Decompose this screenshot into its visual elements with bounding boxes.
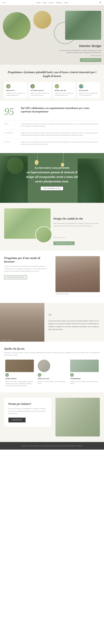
design-cta-button[interactable]: PER SAPERNE DI PIÙ	[53, 242, 75, 245]
section-95-text: Dal 1995 collaboriamo con organizzazioni…	[21, 106, 100, 113]
card-progetti: 🏠 PROGETTI Sample text. Click to double …	[4, 82, 27, 98]
cosa-text-1: Duis aute irure dolor in reprehenderit i…	[5, 380, 34, 387]
card-home: 🏡 HOME DECOR Sample text. Click to doubl…	[53, 82, 76, 98]
section-quote: Immagine da Freepik " Un enim ad minim v…	[0, 303, 104, 342]
section-item-prototipazione: Prototipazione Sample text. Click to dou…	[4, 130, 100, 138]
section-item-interno: Interno Lorem ipsum questo detalle con i…	[4, 120, 100, 130]
design-heading: Design che cambia la vita	[53, 217, 100, 220]
hero-title: Interior design	[60, 44, 101, 48]
hero-img-mid	[33, 11, 51, 29]
nav: Home About Services Portfolio Contact	[37, 2, 68, 4]
cosa-title-2: Piani per la casa	[38, 378, 66, 380]
section-design: Design che cambia la vita Duis aute irur…	[0, 203, 104, 251]
progettato-credit: Immagine da Freepik	[55, 293, 100, 295]
divani-icon: 🛋️	[79, 84, 83, 88]
cosa-image-1	[5, 360, 34, 372]
card-progetti-text: Sample text. Click to double click to op…	[6, 92, 25, 96]
cosa-intro: Paragraph. Lorem ipsum dolor sit amet, c…	[4, 352, 100, 356]
progettato-text: Il modo in cui lavoriamo sta cambiando e…	[4, 265, 51, 272]
cosa-heading: Quello che faccio.	[4, 347, 100, 350]
hero-description: Duis aute irure dolor in reprehenderit i…	[60, 49, 101, 54]
nav-services[interactable]: Services	[49, 2, 54, 4]
cosa-num-2: 02.	[38, 373, 41, 377]
item-creazione-label: Creazione	[4, 141, 21, 142]
section-95-heading: Dal 1995 collaboriamo con organizzazioni…	[21, 106, 100, 113]
section-pronto: Pronto per iniziare? Duis aute irure dol…	[0, 392, 104, 442]
footer: Sample text. Click to double click to op…	[0, 442, 104, 450]
card-divani-title: DAI DIVANI	[79, 90, 98, 91]
hero-img-left	[3, 12, 31, 40]
section-item-creazione: Creazione Sample text. Click to double c…	[4, 138, 100, 148]
hero-section: Interior design Duis aute irure dolor in…	[0, 5, 104, 65]
nav-contact[interactable]: Contact	[64, 2, 68, 4]
nav-about[interactable]: About	[43, 2, 47, 4]
green-plant-cta-button[interactable]: PER SAPERNE DI PIÙ	[41, 186, 63, 191]
progettato-inner: Progettato per il tuo modo di lavorare I…	[4, 256, 100, 298]
progetti-icon: 🏠	[6, 84, 11, 88]
hero-credit: Immagine da Freepik	[60, 54, 101, 56]
header: logo Home About Services Portfolio Conta…	[0, 0, 104, 5]
cosa-title-1: Design d'interni	[5, 378, 34, 380]
cosa-card-1: 01. Design d'interni Duis aute irure dol…	[4, 360, 35, 387]
cosa-image-2	[38, 360, 50, 372]
item-prototipazione-text: Sample text. Click to double click to ed…	[21, 132, 100, 136]
card-ottimo-title: OTTIMO DESIGN	[30, 90, 49, 91]
logo: logo	[3, 2, 6, 4]
progettato-image	[55, 256, 100, 292]
section-95-top: 95 Dal 1995 collaboriamo con organizzazi…	[4, 106, 100, 116]
cosa-num-1: 01.	[5, 373, 9, 377]
item-interno-text: Lorem ipsum questo detalle con innovazio…	[21, 123, 100, 127]
plant-deco-right	[78, 158, 104, 203]
pronto-cta-button[interactable]: CONTATTACI	[8, 418, 26, 422]
card-divani: 🛋️ DAI DIVANI Sample text. Click to doub…	[77, 82, 100, 98]
progettato-heading: Progettato per il tuo modo di lavorare	[4, 256, 51, 264]
pronto-heading: Pronto per iniziare?	[8, 402, 47, 406]
green-plant-content: La tua nuova casa presenta un'impression…	[23, 162, 81, 194]
pronto-circle-deco	[89, 426, 97, 434]
green-plant-heading: La tua nuova casa presenta un'impression…	[26, 165, 78, 184]
hero-cta-button[interactable]: PER SAPERNE DI PIÙ	[80, 58, 101, 62]
design-main-image	[4, 208, 51, 239]
card-ottimo: ✏️ OTTIMO DESIGN Sample text. Click to d…	[28, 82, 51, 98]
section-95: 95 Dal 1995 collaboriamo con organizzazi…	[0, 101, 104, 153]
pronto-inner: Pronto per iniziare? Duis aute irure dol…	[4, 398, 100, 436]
pronto-text: Duis aute irure dolor in reprehenderit i…	[8, 408, 47, 415]
pronto-box: Pronto per iniziare? Duis aute irure dol…	[4, 398, 51, 426]
menu-icon[interactable]: ☰	[99, 2, 101, 4]
design-right: Design che cambia la vita Duis aute irur…	[53, 208, 100, 245]
cosa-text-2: Sample text. Click to double click to op…	[38, 380, 66, 385]
card-progetti-title: PROGETTI	[6, 90, 25, 91]
number-95: 95	[4, 106, 18, 116]
plant-circle-deco	[7, 157, 24, 174]
card-home-text: Sample text. Click to double click to op…	[55, 92, 74, 96]
item-creazione-text: Sample text. Click to double click to ed…	[21, 141, 100, 145]
ottimo-icon: ✏️	[30, 84, 35, 88]
progettato-right: Immagine da Freepik	[55, 256, 100, 298]
section-progettato: Progettato per il tuo modo di lavorare I…	[0, 251, 104, 303]
item-prototipazione-label: Prototipazione	[4, 132, 21, 134]
cards-row: 🏠 PROGETTI Sample text. Click to double …	[4, 82, 100, 98]
quote-mark-icon: "	[48, 314, 100, 320]
cosa-card-3: 03. Visualizzazione Sample text. Click t…	[69, 360, 100, 387]
cosa-image-3	[70, 360, 99, 372]
footer-text: Sample text. Click to double click to op…	[4, 445, 100, 447]
quote-image-credit: Immagine da Freepik	[1, 339, 12, 340]
cosa-text-3: Sample text. Click to double click to op…	[70, 380, 99, 385]
section-progettiamo: Progettiamo e forniamo splendidi hotel, …	[0, 65, 104, 101]
progettiamo-heading: Progettiamo e forniamo splendidi hotel, …	[4, 70, 100, 78]
pronto-image	[55, 398, 100, 436]
section-green-plants: La tua nuova casa presenta un'impression…	[0, 153, 104, 203]
card-divani-text: Sample text. Click to double click to op…	[79, 92, 98, 96]
design-credit: Immagine da Freepik	[53, 228, 100, 239]
hero-img-right	[65, 11, 101, 40]
home-icon: 🏡	[55, 84, 59, 88]
section-items: Interno Lorem ipsum questo detalle con i…	[4, 120, 100, 148]
progettato-cta-button[interactable]: PER SAPERNE DI PIÙ	[4, 275, 27, 280]
item-interno-label: Interno	[4, 123, 21, 124]
cosa-cards: 01. Design d'interni Duis aute irure dol…	[4, 360, 100, 387]
nav-portfolio[interactable]: Portfolio	[56, 2, 61, 4]
design-text: Duis aute irure dolor in reprehenderit i…	[53, 222, 100, 227]
pronto-box-wrap: Pronto per iniziare? Duis aute irure dol…	[4, 398, 51, 436]
quote-content: " Un enim ad minim veniam, quis nostrud …	[44, 303, 104, 342]
nav-home[interactable]: Home	[37, 2, 41, 4]
